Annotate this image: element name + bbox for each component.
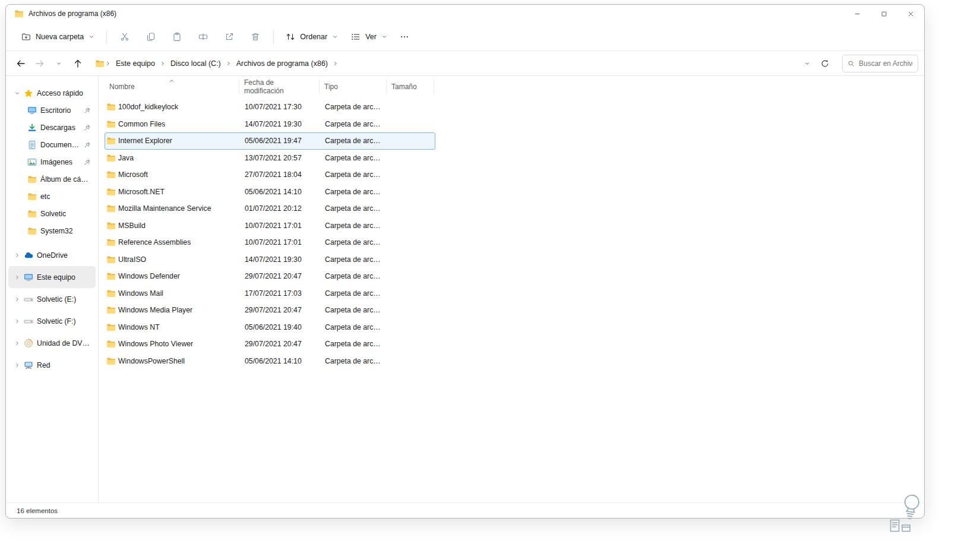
sidebar-item-album-de-camara[interactable]: Álbum de cámara <box>8 170 96 188</box>
file-row-mozilla-maintenance-service[interactable]: Mozilla Maintenance Service01/07/2021 20… <box>105 200 435 217</box>
up-button[interactable] <box>69 55 87 72</box>
chevron-right-icon[interactable] <box>14 252 20 258</box>
sidebar-item-onedrive[interactable]: OneDrive <box>8 244 96 266</box>
file-row-msbuild[interactable]: MSBuild10/07/2021 17:01Carpeta de archiv… <box>105 217 435 235</box>
file-row-windows-media-player[interactable]: Windows Media Player29/07/2021 20:47Carp… <box>105 302 435 319</box>
chevron-right-icon[interactable] <box>14 318 20 324</box>
close-button[interactable] <box>897 5 924 23</box>
folder-icon <box>106 323 116 332</box>
file-date: 17/07/2021 17:03 <box>240 289 320 298</box>
file-type: Carpeta de archivos <box>320 340 387 348</box>
refresh-button[interactable] <box>816 55 834 72</box>
file-row-java[interactable]: Java13/07/2021 20:57Carpeta de archivos <box>105 150 435 167</box>
breadcrumb: Este equipoDisco local (C:)Archivos de p… <box>105 56 339 71</box>
column-header-nombre[interactable]: Nombre <box>105 80 239 94</box>
file-name: UltraISO <box>118 255 146 264</box>
pin-icon <box>84 141 91 148</box>
chevron-right-icon[interactable] <box>14 274 20 280</box>
sidebar-item-etc[interactable]: etc <box>8 188 96 205</box>
file-row-100dof-kidkeylock[interactable]: 100dof_kidkeylock10/07/2021 17:30Carpeta… <box>105 99 435 116</box>
folder-icon <box>106 187 116 197</box>
sidebar-tree: OneDriveEste equipoSolvetic (E:)Solvetic… <box>6 244 98 376</box>
copy-button[interactable] <box>139 27 163 46</box>
file-row-windows-mail[interactable]: Windows Mail17/07/2021 17:03Carpeta de a… <box>105 285 435 302</box>
star-icon <box>24 88 33 98</box>
cut-button[interactable] <box>113 27 137 46</box>
file-row-microsoft[interactable]: Microsoft27/07/2021 18:04Carpeta de arch… <box>105 166 435 184</box>
address-bar[interactable]: Este equipoDisco local (C:)Archivos de p… <box>91 54 837 73</box>
paste-button[interactable] <box>165 27 189 46</box>
folder-icon <box>106 339 116 349</box>
folder-icon <box>106 136 116 146</box>
sidebar-item-red[interactable]: Red <box>8 354 96 376</box>
file-row-windowspowershell[interactable]: WindowsPowerShell05/06/2021 14:10Carpeta… <box>105 353 435 370</box>
file-row-microsoft-net[interactable]: Microsoft.NET05/06/2021 14:10Carpeta de … <box>105 184 435 201</box>
sidebar-item-documentos[interactable]: Documentos <box>8 136 96 153</box>
folder-icon <box>27 175 37 184</box>
view-button[interactable]: Ver <box>345 27 393 46</box>
breadcrumb-item-disco-local-c[interactable]: Disco local (C:) <box>166 56 225 71</box>
rename-button[interactable] <box>191 27 215 46</box>
sidebar-item-unidad-de-dvd-d[interactable]: Unidad de DVD (D:) <box>8 332 96 354</box>
file-row-reference-assemblies[interactable]: Reference Assemblies10/07/2021 17:01Carp… <box>105 234 435 251</box>
maximize-button[interactable] <box>871 5 897 23</box>
file-row-windows-photo-viewer[interactable]: Windows Photo Viewer29/07/2021 20:47Carp… <box>105 336 435 353</box>
share-button[interactable] <box>217 27 241 46</box>
recent-locations-button[interactable] <box>50 55 68 72</box>
sidebar-item-solvetic-e[interactable]: Solvetic (E:) <box>8 288 96 310</box>
file-row-ultraiso[interactable]: UltraISO14/07/2021 19:30Carpeta de archi… <box>105 251 435 268</box>
download-icon <box>27 123 37 132</box>
forward-button[interactable] <box>31 55 49 72</box>
new-folder-button[interactable]: Nueva carpeta <box>15 27 100 46</box>
list-header: NombreFecha de modificaciónTipoTamaño <box>105 80 924 94</box>
back-button[interactable] <box>12 55 30 72</box>
sidebar-item-solvetic[interactable]: Solvetic <box>8 205 96 222</box>
sidebar-item-descargas[interactable]: Descargas <box>8 119 96 136</box>
folder-icon <box>106 153 116 163</box>
minimize-button[interactable] <box>844 5 871 23</box>
file-row-windows-defender[interactable]: Windows Defender29/07/2021 20:47Carpeta … <box>105 268 435 285</box>
column-header-tamano[interactable]: Tamaño <box>387 80 434 94</box>
file-date: 05/06/2021 19:47 <box>240 137 320 145</box>
chevron-right-icon[interactable] <box>14 362 20 368</box>
folder-icon <box>27 209 37 219</box>
file-name: Windows Mail <box>118 289 163 298</box>
sidebar-item-este-equipo[interactable]: Este equipo <box>8 266 96 288</box>
search-box <box>842 55 918 72</box>
sidebar-item-system32[interactable]: System32 <box>8 222 96 239</box>
folder-icon <box>27 226 37 236</box>
sidebar-item-acceso-rapido[interactable]: Acceso rápido <box>8 84 96 102</box>
file-type: Carpeta de archivos <box>320 238 387 246</box>
file-row-common-files[interactable]: Common Files14/07/2021 19:30Carpeta de a… <box>105 116 435 133</box>
delete-button[interactable] <box>244 27 267 46</box>
chevron-right-icon <box>105 61 111 67</box>
file-name: Mozilla Maintenance Service <box>118 204 211 213</box>
address-dropdown-button[interactable] <box>798 55 816 72</box>
minimize-icon <box>854 11 861 17</box>
sidebar-item-escritorio[interactable]: Escritorio <box>8 102 96 119</box>
file-row-internet-explorer[interactable]: Internet Explorer05/06/2021 19:47Carpeta… <box>105 132 435 150</box>
more-options-button[interactable] <box>394 27 415 46</box>
breadcrumb-item-este-equipo[interactable]: Este equipo <box>112 56 159 71</box>
pictures-icon <box>27 157 37 167</box>
file-type: Carpeta de archivos <box>320 289 387 298</box>
items-count: 16 elementos <box>17 507 58 514</box>
file-row-windows-nt[interactable]: Windows NT05/06/2021 19:40Carpeta de arc… <box>105 319 435 336</box>
search-input[interactable] <box>859 59 913 68</box>
chevron-down-icon[interactable] <box>14 90 20 96</box>
chevron-right-icon[interactable] <box>14 340 20 346</box>
column-header-fecha-de-modificacion[interactable]: Fecha de modificación <box>239 80 320 94</box>
column-header-tipo[interactable]: Tipo <box>320 80 387 94</box>
sidebar-item-imagenes[interactable]: Imágenes <box>8 153 96 170</box>
sidebar-item-solvetic-f[interactable]: Solvetic (F:) <box>8 310 96 332</box>
pin-icon <box>84 159 91 166</box>
file-type: Carpeta de archivos <box>320 188 387 196</box>
breadcrumb-item-archivos-de-programa-x86[interactable]: Archivos de programa (x86) <box>232 56 332 71</box>
sort-button[interactable]: Ordenar <box>280 27 344 46</box>
file-type: Carpeta de archivos <box>320 222 387 230</box>
dvd-icon <box>24 339 33 348</box>
drive-icon <box>24 317 33 326</box>
sort-icon <box>286 32 295 42</box>
chevron-right-icon[interactable] <box>14 296 20 302</box>
file-name: Windows NT <box>118 323 160 331</box>
